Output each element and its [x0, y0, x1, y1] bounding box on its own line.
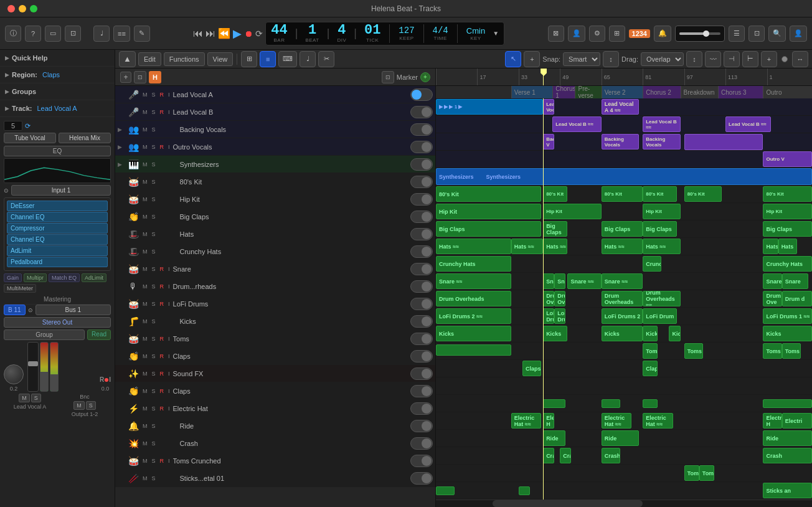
solo-hats[interactable]: S	[151, 230, 157, 238]
list-view-button[interactable]: ☰	[729, 26, 745, 42]
plugin-deesser[interactable]: DeEsser	[7, 201, 108, 211]
tune-button[interactable]: ≡≡	[113, 26, 130, 42]
mute-claps[interactable]: M	[141, 353, 149, 360]
grid-view-button[interactable]: ⊞	[241, 51, 257, 67]
clip-hats-4[interactable]: Hats ≈≈	[602, 239, 643, 254]
track-toggle[interactable]: ▶ Track: Lead Vocal A	[5, 103, 110, 114]
channel-fader[interactable]	[27, 342, 39, 392]
user-badge[interactable]: 1234	[629, 29, 650, 38]
clip-snare-5[interactable]: Snare ≈≈	[602, 273, 643, 289]
clip-bigclaps-3[interactable]: Big Claps	[602, 221, 643, 237]
clip-claps-2[interactable]: Claps	[643, 361, 658, 376]
clip-eh-1[interactable]: Electric Hat ≈≈	[511, 413, 541, 429]
clip-80skit-1[interactable]: 80's Kit	[436, 186, 541, 202]
minimize-button[interactable]	[19, 5, 26, 12]
settings-button[interactable]: ▭	[45, 26, 61, 42]
zoom-button[interactable]: +	[761, 51, 777, 67]
forward-button[interactable]: ⏭	[205, 28, 215, 39]
plugin-channel-eq[interactable]: Channel EQ	[7, 212, 108, 222]
clip-doh-2[interactable]: Drum Ove	[543, 291, 554, 306]
clip-hats-3[interactable]: Hats ≈≈	[543, 239, 567, 254]
clip-doh-5[interactable]: Drum Overheads ≈≈	[643, 291, 680, 306]
arm-80s-kit[interactable]	[410, 176, 433, 188]
clip-80skit-2[interactable]: 80's Kit	[543, 186, 567, 202]
clip-crunchyhats-3[interactable]: Crunchy Hats	[763, 256, 812, 272]
plugin-channel-eq2[interactable]: Channel EQ	[7, 234, 108, 245]
clip-80skit-4[interactable]: 80's Kit	[643, 186, 676, 202]
clip-hipkit-1[interactable]: Hip Kit	[436, 204, 541, 219]
clip-kicks-2[interactable]: Kicks	[543, 326, 567, 341]
mute-backing-vocals[interactable]: M	[141, 126, 149, 133]
clip-claps2-1[interactable]	[543, 399, 565, 408]
arm-lead-vocal-b[interactable]	[410, 106, 433, 118]
clip-bv-4[interactable]	[684, 134, 763, 150]
mute-big-claps[interactable]: M	[141, 213, 149, 220]
section-verse1[interactable]: Verse 1	[511, 86, 552, 98]
clip-lvb-3[interactable]: Lead Vocal B ≈≈	[725, 116, 770, 132]
snap-select[interactable]: Smart	[563, 52, 600, 66]
clip-claps2-3[interactable]	[643, 399, 658, 408]
arm-electric-hat[interactable]	[410, 402, 433, 415]
arm-toms[interactable]	[410, 333, 433, 345]
clip-hipkit-2[interactable]: Hip Kit	[543, 204, 602, 219]
clip-toms-3[interactable]: Toms	[763, 343, 781, 359]
eq-button[interactable]: EQ	[4, 146, 111, 156]
clip-eh-2[interactable]: Electric H	[543, 413, 554, 429]
clip-hipkit-4[interactable]: Hip Kit	[763, 204, 812, 219]
clip-eh-5[interactable]: Electric H	[763, 413, 781, 429]
clip-eh-4[interactable]: Electric Hat ≈≈	[643, 413, 673, 429]
clip-lofi-1[interactable]: LoFi Drums 2 ≈≈	[436, 308, 511, 324]
pan-knob[interactable]	[4, 364, 24, 384]
clip-doh-4[interactable]: Drum Overheads	[602, 291, 643, 306]
snap-toggle[interactable]: ↕	[603, 51, 619, 67]
expand-synthesizers[interactable]: ▶	[118, 161, 125, 168]
mute-80s-kit[interactable]: M	[141, 178, 149, 186]
arm-lead-vocal-a[interactable]	[410, 88, 433, 101]
mute-outro-vocals[interactable]: M	[141, 143, 149, 151]
solo-drum-overheads[interactable]: S	[151, 283, 157, 290]
add-track-button[interactable]: +	[120, 72, 131, 83]
rec-toms-crunched[interactable]: R	[159, 457, 166, 465]
mute-kicks[interactable]: M	[141, 318, 149, 325]
input-mon-claps[interactable]: I	[167, 353, 171, 360]
clip-kicks-1[interactable]: Kicks	[436, 326, 511, 341]
clip-sticks-3[interactable]: Sticks an	[763, 483, 812, 498]
clip-lvb-2[interactable]: Lead Vocal B ≈≈	[643, 116, 680, 132]
solo-crash[interactable]: S	[151, 440, 157, 447]
panel-toggle[interactable]: ⊡	[65, 26, 81, 42]
clip-crash-1[interactable]: Crash	[543, 448, 554, 463]
clip-hats-2[interactable]: Hats ≈≈	[511, 239, 543, 254]
clip-bigclaps-5[interactable]: Big Claps	[763, 221, 812, 237]
gain-plugin[interactable]: Gain	[4, 273, 22, 282]
channel-name[interactable]: Tube Vocal	[4, 133, 56, 143]
mute-lead-vocal-a[interactable]: M	[141, 91, 149, 98]
clip-hats-7[interactable]: Hats	[778, 239, 797, 254]
clip-synth-full[interactable]: Synthesizers Synthesizers	[436, 168, 812, 185]
arm-crash[interactable]	[410, 437, 433, 450]
section-chorus1[interactable]: Chorus 1	[552, 86, 575, 98]
clip-sticks-1[interactable]	[436, 486, 455, 495]
play-button[interactable]: ▶	[233, 27, 242, 40]
notification-button[interactable]: 🔔	[654, 26, 671, 42]
scissors-tool[interactable]: ✂	[318, 51, 334, 67]
clip-crash-2[interactable]: Crash	[560, 448, 571, 463]
solo-lead-vocal-a[interactable]: S	[151, 91, 157, 98]
clip-snare-6[interactable]: Snare	[763, 273, 781, 289]
arm-ride[interactable]	[410, 420, 433, 432]
logo-button[interactable]: ⊞	[609, 26, 625, 42]
track-back-button[interactable]: ▲	[119, 51, 136, 67]
section-chorus2[interactable]: Chorus 2	[643, 86, 680, 98]
clip-snare-3[interactable]: Snare	[554, 273, 565, 289]
clip-kicks-4[interactable]: Kicks	[643, 326, 658, 341]
clip-lva-playing[interactable]: ▶ ▶ ▶ 1 ▶	[436, 99, 543, 115]
plugin-adlimit[interactable]: AdLimit	[7, 245, 108, 256]
input-mon-lead-vocal-a[interactable]: I	[167, 91, 171, 98]
mute-toms[interactable]: M	[141, 335, 149, 343]
solo-synthesizers[interactable]: S	[151, 161, 157, 168]
input-mon-sound-fx[interactable]: I	[167, 370, 171, 377]
channel-route[interactable]: Helena Mix	[59, 133, 111, 143]
arm-drum-overheads[interactable]	[410, 280, 433, 293]
rec-claps[interactable]: R	[159, 353, 166, 360]
midi-button[interactable]: ⌨	[278, 51, 297, 67]
rewind-button[interactable]: ⏮	[193, 28, 203, 39]
